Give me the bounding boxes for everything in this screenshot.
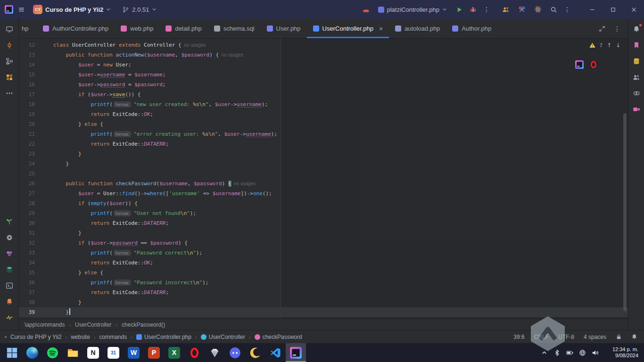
tab-user-php[interactable]: User.php (261, 19, 307, 38)
more-tools-button[interactable] (3, 87, 16, 100)
code-line-text[interactable]: if ($user->password == $password) { (42, 238, 188, 248)
line-number[interactable]: 15 (19, 70, 42, 80)
code-line-text[interactable]: public function actionNew($username, $pa… (42, 50, 243, 60)
line-number[interactable]: 29 (19, 208, 42, 218)
services-button[interactable] (3, 215, 16, 228)
code-line-text[interactable]: } (42, 297, 82, 307)
bookmarks-grid-button[interactable] (3, 71, 16, 84)
close-tab-icon[interactable]: × (379, 25, 383, 32)
taskbar-start[interactable] (2, 343, 22, 362)
tab-detail-php[interactable]: detail.php (159, 19, 207, 38)
build-tools-icon[interactable] (518, 6, 526, 13)
search-everywhere-icon[interactable] (550, 6, 557, 13)
line-number[interactable]: 35 (19, 268, 42, 278)
code-line-text[interactable]: return ExitCode::DATAERR; (42, 218, 169, 228)
php-composer-button[interactable] (3, 247, 16, 260)
code-line-text[interactable]: return ExitCode::DATAERR; (42, 288, 169, 297)
expand-editor-icon[interactable] (599, 25, 605, 32)
screencast-button[interactable] (630, 103, 643, 116)
next-problem-icon[interactable]: ↓ (616, 42, 620, 49)
minimize-button[interactable] (582, 0, 603, 19)
line-number[interactable]: 39 (19, 307, 42, 317)
close-button[interactable] (623, 0, 644, 19)
line-number[interactable]: 24 (19, 159, 42, 169)
debug-button[interactable] (470, 6, 477, 13)
code-line-text[interactable]: } (42, 307, 70, 317)
tab-web-php[interactable]: web.php (115, 19, 159, 38)
tab-schema-sql[interactable]: schema.sql (208, 19, 261, 38)
database-button[interactable] (630, 55, 643, 68)
opera-badge-icon[interactable] (589, 60, 598, 69)
line-number[interactable]: 33 (19, 248, 42, 258)
line-number[interactable]: 21 (19, 129, 42, 139)
taskbar-crescent-app[interactable] (245, 343, 265, 362)
run-button[interactable] (456, 6, 463, 13)
line-number[interactable]: 36 (19, 278, 42, 288)
notifications-button[interactable] (630, 23, 643, 36)
breadcrumb-item[interactable]: UserController (75, 321, 111, 328)
line-number[interactable]: 23 (19, 149, 42, 159)
volume-icon[interactable] (592, 349, 599, 356)
taskbar-vscode[interactable] (265, 343, 286, 362)
line-number[interactable]: 20 (19, 119, 42, 129)
code-line-text[interactable]: } (42, 159, 69, 169)
code-line-text[interactable]: if (empty($user)) { (42, 198, 138, 208)
taskbar-powerpoint[interactable]: P (144, 343, 164, 362)
code-line-text[interactable]: if ($user->save()) { (42, 90, 140, 99)
line-number[interactable]: 26 (19, 179, 42, 189)
tab-usercontroller-php[interactable]: UserController.php× (307, 19, 389, 38)
commit-button[interactable] (3, 39, 16, 52)
code-line-text[interactable]: class UserController extends Controller … (42, 40, 206, 50)
status-path-item[interactable]: UserController.php (136, 334, 191, 340)
code-line-text[interactable]: return ExitCode::OK; (42, 258, 153, 268)
code-line-text[interactable]: public function checkPassword($username,… (42, 179, 256, 189)
code-line-text[interactable]: printf(format:"error creating user: %s\n… (42, 129, 277, 139)
code-line-text[interactable]: $user = User::find()->where(['username' … (42, 189, 272, 198)
status-path-item[interactable]: Curso de PHP y Yii2 (10, 334, 62, 340)
line-number[interactable]: 31 (19, 228, 42, 238)
file-encoding[interactable]: UTF-8 (558, 334, 574, 340)
caret-position[interactable]: 39:6 (513, 334, 524, 340)
line-number[interactable]: 30 (19, 218, 42, 228)
tab-author-php[interactable]: Author.php (446, 19, 497, 38)
code-line-text[interactable]: printf(format:"User not found\n"); (42, 208, 196, 218)
code-line-text[interactable]: } else { (42, 268, 103, 278)
layers-button[interactable] (3, 263, 16, 276)
more-run-options-icon[interactable]: ⋮ (480, 6, 493, 13)
status-path-item[interactable]: commands (99, 334, 127, 340)
main-menu-icon[interactable] (18, 6, 25, 13)
tab-options-icon[interactable]: ⋮ (611, 25, 623, 33)
code-line-text[interactable]: return ExitCode::OK; (42, 109, 153, 119)
line-number[interactable]: 19 (19, 109, 42, 119)
taskbar-excel[interactable]: X (164, 343, 184, 362)
run-configuration-widget[interactable]: platziController.php (375, 4, 450, 15)
line-separator[interactable]: CRLF (534, 334, 549, 340)
plugins-atom-icon[interactable] (534, 6, 542, 13)
taskbar-clock[interactable]: 12:34 p. m. 9/08/2024 (603, 346, 644, 359)
line-number[interactable]: 37 (19, 288, 42, 297)
network-icon[interactable] (579, 349, 586, 356)
code-line-text[interactable] (42, 169, 53, 179)
tab-authorcontroller-php[interactable]: AuthorController.php (37, 19, 115, 38)
taskbar-discord[interactable] (225, 343, 245, 362)
taskbar-edge[interactable] (22, 343, 42, 362)
line-number[interactable]: 32 (19, 238, 42, 248)
code-line-text[interactable]: printf(format:"new user created: %s\n", … (42, 99, 268, 109)
code-editor[interactable]: 12class UserController extends Controlle… (19, 39, 628, 319)
line-number[interactable]: 38 (19, 297, 42, 307)
status-path-item[interactable]: checkPassword (255, 334, 302, 340)
code-line-text[interactable]: $user->username = $username; (42, 70, 165, 80)
code-line-text[interactable]: printf(format:"Password incorrect\n"); (42, 278, 208, 288)
code-with-me-users-icon[interactable] (502, 6, 510, 13)
line-number[interactable]: 28 (19, 198, 42, 208)
bluetooth-icon[interactable] (553, 349, 561, 356)
scrollbar-thumb[interactable] (623, 113, 627, 311)
taskbar-intellij[interactable] (286, 343, 306, 362)
breadcrumb-item[interactable]: \app\commands (25, 321, 65, 328)
indent-style[interactable]: 4 spaces (584, 334, 606, 340)
alarm-bell-button[interactable] (3, 295, 16, 308)
line-number[interactable]: 16 (19, 80, 42, 90)
intellij-logo-icon[interactable] (5, 5, 13, 14)
line-number[interactable]: 13 (19, 50, 42, 60)
taskbar-calendar[interactable]: 31 (103, 343, 124, 362)
